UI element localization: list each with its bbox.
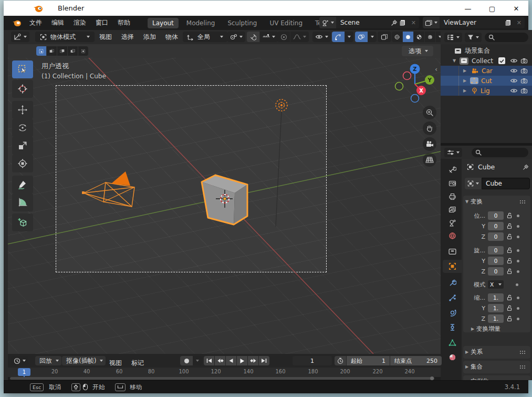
properties-search-input[interactable] <box>472 148 528 157</box>
tab-constraints[interactable] <box>443 321 462 334</box>
outliner-row-camera[interactable]: ▶ Car <box>441 66 532 76</box>
collection-row[interactable]: ▼ Collect <box>441 56 532 66</box>
workspace-tab-layout[interactable]: Layout <box>148 18 179 28</box>
pan-button[interactable] <box>423 121 436 135</box>
snap-toggle[interactable] <box>247 32 259 42</box>
tab-tool[interactable] <box>443 163 462 176</box>
cube-expand-icon[interactable]: ▶ <box>462 78 468 83</box>
menu-file[interactable]: 文件 <box>25 16 47 29</box>
panel-grip[interactable] <box>519 200 526 203</box>
tab-particles[interactable] <box>443 291 462 304</box>
lock-icon[interactable] <box>507 268 513 274</box>
scale-y-field[interactable]: 1. <box>488 304 504 312</box>
new-scene-icon[interactable] <box>399 19 406 26</box>
animate-dot[interactable] <box>517 215 519 217</box>
scale-x-field[interactable]: 1. <box>488 293 504 302</box>
maximize-button[interactable]: ▢ <box>480 1 504 16</box>
tab-output[interactable] <box>443 190 462 203</box>
tab-material[interactable] <box>443 351 462 364</box>
show-overlays-toggle[interactable] <box>355 32 368 42</box>
viewport-menu-view[interactable]: 视图 <box>95 30 117 44</box>
tool-measure[interactable] <box>12 194 33 211</box>
shading-solid-button[interactable] <box>403 32 413 42</box>
scene-name[interactable]: Scene <box>336 19 391 26</box>
zoom-button[interactable] <box>423 106 436 119</box>
lock-icon[interactable] <box>507 315 513 322</box>
rotation-mode-dropdown[interactable]: X <box>488 280 504 289</box>
keying-menu[interactable]: 抠像(插帧) <box>62 356 106 365</box>
playhead[interactable]: 1 <box>18 368 30 376</box>
animate-dot[interactable] <box>517 318 519 320</box>
play-button[interactable] <box>237 356 247 365</box>
current-frame-field[interactable]: 1 <box>293 356 332 365</box>
collection-checkbox[interactable] <box>498 57 505 64</box>
outliner-search-input[interactable] <box>485 33 528 42</box>
playback-menu[interactable]: 回放 <box>35 356 61 365</box>
tool-cursor[interactable] <box>12 80 33 98</box>
proportional-falloff-dropdown[interactable] <box>290 32 309 42</box>
timeline-editor-type-button[interactable] <box>11 356 28 365</box>
collections-panel[interactable]: ▶ 集合 <box>463 361 530 373</box>
sidebar-collapse-arrow[interactable]: ‹ <box>435 65 437 73</box>
play-reverse-button[interactable] <box>226 356 236 365</box>
object-id-dropdown[interactable] <box>465 178 482 189</box>
viewport-editor-type-button[interactable] <box>11 32 29 42</box>
options-dropdown[interactable]: 选项 <box>402 46 433 56</box>
transform-panel-header[interactable]: ▼ 变换 <box>463 196 530 207</box>
location-x-field[interactable]: 0 <box>488 211 504 220</box>
lock-icon[interactable] <box>507 247 513 253</box>
lock-icon[interactable] <box>507 305 513 311</box>
animate-dot[interactable] <box>517 260 519 262</box>
tab-physics[interactable] <box>443 306 462 319</box>
tool-annotate[interactable] <box>12 176 33 194</box>
shading-material-button[interactable] <box>414 32 424 42</box>
lock-icon[interactable] <box>507 212 513 219</box>
tool-transform[interactable] <box>12 155 33 172</box>
viewlayer-name[interactable]: ViewLayer <box>440 19 503 26</box>
viewport-3d-canvas[interactable]: 用户透视 (1) Collection | Cube Z Y X <box>8 58 441 354</box>
location-z-field[interactable]: 0 <box>488 232 504 241</box>
perspective-toggle-button[interactable] <box>423 153 436 167</box>
camera-hide-eye-icon[interactable] <box>510 68 518 74</box>
outliner-display-mode-dropdown[interactable] <box>444 33 462 42</box>
workspace-tab-uv-editing[interactable]: UV Editing <box>265 18 307 28</box>
relations-panel[interactable]: ▶ 关系 <box>463 346 530 359</box>
viewport-menu-object[interactable]: 物体 <box>161 30 183 44</box>
outliner-filter-dropdown[interactable] <box>465 33 482 42</box>
select-mode-extend[interactable] <box>47 46 57 56</box>
transform-orientation-dropdown[interactable]: 全局 <box>183 32 227 42</box>
show-gizmo-toggle[interactable] <box>332 32 345 42</box>
minimize-button[interactable]: — <box>456 1 480 16</box>
properties-editor-type-button[interactable] <box>444 148 462 157</box>
overlays-settings-dropdown[interactable] <box>368 32 377 42</box>
camera-expand-icon[interactable]: ▶ <box>462 68 468 73</box>
visibility-dropdown[interactable] <box>312 32 331 42</box>
menu-help[interactable]: 帮助 <box>113 16 135 29</box>
record-button[interactable] <box>180 356 193 365</box>
animate-dot[interactable] <box>517 297 519 299</box>
tab-object[interactable] <box>443 260 462 273</box>
lock-icon[interactable] <box>507 223 513 229</box>
animate-dot[interactable] <box>516 283 518 286</box>
scale-z-field[interactable]: 1. <box>488 314 504 323</box>
rotation-y-field[interactable]: 0 <box>488 257 504 265</box>
xray-toggle[interactable] <box>378 32 391 42</box>
workspace-tab-modeling[interactable]: Modeling <box>182 18 220 28</box>
lock-icon[interactable] <box>507 233 513 240</box>
viewport-menu-select[interactable]: 选择 <box>117 30 139 44</box>
breadcrumb-pin-icon[interactable] <box>523 164 529 170</box>
select-mode-subtract[interactable] <box>57 46 67 56</box>
animate-dot[interactable] <box>517 270 519 273</box>
timeline-ruler[interactable]: 20 40 60 80 100 120 140 160 180 200 220 … <box>8 368 441 377</box>
instancing-panel[interactable]: ▶ 实例化 <box>463 375 530 380</box>
frame-end-field[interactable]: 结束点 250 <box>390 356 442 365</box>
tab-world[interactable] <box>443 229 462 242</box>
axis-neg-x-handle[interactable] <box>403 72 411 80</box>
tab-scene[interactable] <box>443 216 462 229</box>
scene-browse-button[interactable] <box>319 17 336 28</box>
tab-modifiers[interactable] <box>443 276 462 289</box>
shading-rendered-button[interactable] <box>425 32 435 42</box>
cube-render-toggle-icon[interactable] <box>520 78 528 84</box>
viewlayer-remove-icon[interactable]: ✕ <box>514 19 525 26</box>
tool-select-box[interactable] <box>12 60 33 78</box>
